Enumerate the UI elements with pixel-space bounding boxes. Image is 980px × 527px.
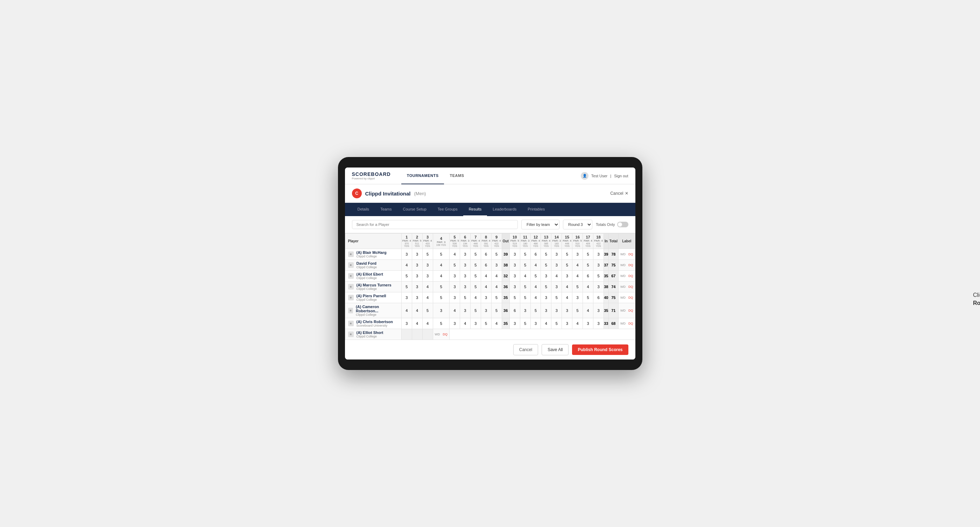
hole-8-score[interactable] (481, 303, 491, 318)
score-input-hole-17[interactable] (584, 271, 592, 281)
hole-5-score[interactable] (450, 281, 460, 292)
score-input-hole-16[interactable] (573, 282, 582, 292)
score-input-hole-4[interactable] (437, 319, 445, 329)
hole-15-score[interactable] (562, 271, 573, 281)
hole-13-score[interactable] (541, 260, 551, 271)
score-input-hole-1[interactable] (402, 282, 411, 292)
hole-17-score[interactable] (583, 260, 593, 271)
score-input-hole-5[interactable] (450, 271, 459, 281)
score-input-hole-2[interactable] (413, 306, 421, 316)
hole-6-score[interactable] (460, 292, 470, 303)
score-input-hole-2[interactable] (413, 271, 421, 281)
score-input-hole-18[interactable] (594, 249, 603, 259)
hole-4-score[interactable] (433, 260, 450, 271)
score-input-hole-4[interactable] (437, 306, 445, 316)
score-input-hole-2[interactable] (413, 293, 421, 303)
hole-16-score[interactable] (573, 260, 583, 271)
tab-printables[interactable]: Printables (522, 203, 550, 216)
hole-11-score[interactable] (520, 260, 530, 271)
dq-badge[interactable]: DQ (627, 252, 634, 256)
hole-8-score[interactable] (481, 281, 491, 292)
hole-4-score[interactable] (433, 281, 450, 292)
score-input-hole-7[interactable] (471, 249, 480, 259)
score-input-hole-11[interactable] (521, 306, 529, 316)
wd-badge[interactable]: WD (619, 252, 627, 256)
score-input-hole-4[interactable] (437, 282, 445, 292)
score-input-hole-1[interactable] (402, 249, 411, 259)
score-input-hole-11[interactable] (521, 293, 529, 303)
cancel-tournament-button[interactable]: Cancel ✕ (610, 191, 628, 196)
score-input-hole-3[interactable] (423, 319, 432, 329)
hole-12-score[interactable] (530, 260, 541, 271)
hole-7-score[interactable] (470, 260, 481, 271)
dq-badge[interactable]: DQ (627, 308, 634, 313)
hole-17-score[interactable] (583, 303, 593, 318)
score-input-hole-18[interactable] (594, 293, 603, 303)
tab-tee-groups[interactable]: Tee Groups (432, 203, 463, 216)
score-input-hole-4[interactable] (437, 260, 445, 270)
hole-18-score[interactable] (593, 281, 604, 292)
hole-10-score[interactable] (509, 292, 520, 303)
sign-out-link[interactable]: Sign out (614, 174, 628, 178)
hole-17-score[interactable] (583, 292, 593, 303)
wd-badge[interactable]: WD (434, 332, 441, 337)
score-input-hole-16[interactable] (573, 306, 582, 316)
footer-cancel-button[interactable]: Cancel (513, 344, 538, 355)
hole-15-score[interactable] (562, 260, 573, 271)
hole-8-score[interactable] (481, 271, 491, 281)
hole-13-score[interactable] (541, 318, 551, 329)
score-input-hole-12[interactable] (531, 249, 540, 259)
hole-2-score[interactable] (412, 303, 422, 318)
hole-15-score[interactable] (562, 281, 573, 292)
score-input-hole-15[interactable] (563, 260, 571, 270)
score-input-hole-3[interactable] (423, 249, 432, 259)
score-input-hole-14[interactable] (552, 306, 561, 316)
wd-badge[interactable]: WD (619, 295, 627, 300)
score-input-hole-5[interactable] (450, 306, 459, 316)
hole-18-score[interactable] (593, 292, 604, 303)
hole-12-score[interactable] (530, 303, 541, 318)
score-input-hole-10[interactable] (511, 319, 519, 329)
hole-17-score[interactable] (583, 318, 593, 329)
hole-1-score[interactable] (401, 260, 412, 271)
hole-9-score[interactable] (491, 271, 502, 281)
hole-14-score[interactable] (551, 292, 562, 303)
publish-round-scores-button[interactable]: Publish Round Scores (572, 344, 628, 355)
hole-6-score[interactable] (460, 281, 470, 292)
hole-4-score[interactable] (433, 249, 450, 260)
score-input-hole-6[interactable] (461, 271, 469, 281)
totals-toggle-switch[interactable] (617, 222, 628, 227)
hole-18-score[interactable] (593, 318, 604, 329)
score-input-hole-8[interactable] (482, 260, 490, 270)
dq-badge[interactable]: DQ (627, 285, 634, 289)
hole-1-score[interactable] (401, 281, 412, 292)
hole-2-score[interactable] (412, 260, 422, 271)
hole-1-score[interactable] (401, 318, 412, 329)
score-input-hole-10[interactable] (511, 249, 519, 259)
hole-2-score[interactable] (412, 281, 422, 292)
tab-course-setup[interactable]: Course Setup (398, 203, 432, 216)
score-input-hole-3[interactable] (423, 293, 432, 303)
hole-8-score[interactable] (481, 292, 491, 303)
hole-15-score[interactable] (562, 292, 573, 303)
hole-18-score[interactable] (593, 249, 604, 260)
score-input-hole-6[interactable] (461, 260, 469, 270)
score-input-hole-15[interactable] (563, 271, 571, 281)
hole-13-score[interactable] (541, 249, 551, 260)
score-input-hole-14[interactable] (552, 271, 561, 281)
score-input-hole-18[interactable] (594, 319, 603, 329)
hole-3-score[interactable] (422, 292, 433, 303)
score-input-hole-13[interactable] (542, 249, 550, 259)
hole-7-score[interactable] (470, 249, 481, 260)
hole-9-score[interactable] (491, 303, 502, 318)
score-input-hole-7[interactable] (471, 306, 480, 316)
hole-4-score[interactable] (433, 303, 450, 318)
hole-1-score[interactable] (401, 303, 412, 318)
score-input-hole-1[interactable] (402, 271, 411, 281)
score-input-hole-6[interactable] (461, 306, 469, 316)
hole-1-score[interactable] (401, 249, 412, 260)
hole-11-score[interactable] (520, 249, 530, 260)
hole-11-score[interactable] (520, 303, 530, 318)
hole-10-score[interactable] (509, 260, 520, 271)
hole-15-score[interactable] (562, 318, 573, 329)
